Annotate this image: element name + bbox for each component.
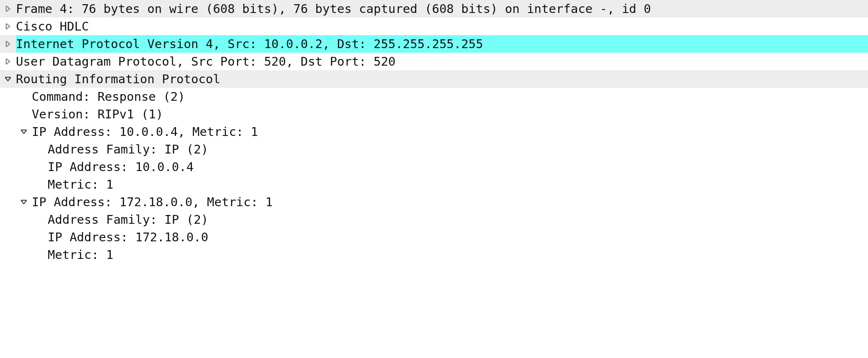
tree-item-chdlc[interactable]: Cisco HDLC [0,18,868,35]
tree-item-udp[interactable]: User Datagram Protocol, Src Port: 520, D… [0,53,868,70]
rip-summary: Routing Information Protocol [16,70,868,88]
tree-item-rip-route-addr[interactable]: IP Address: 172.18.0.0 [0,228,868,246]
chevron-right-icon [0,59,16,64]
ip-summary: Internet Protocol Version 4, Src: 10.0.0… [16,35,868,53]
tree-item-rip-route-metric[interactable]: Metric: 1 [0,176,868,193]
rip-route-family: Address Family: IP (2) [0,211,208,228]
tree-item-rip[interactable]: Routing Information Protocol [0,70,868,88]
chdlc-summary: Cisco HDLC [16,18,868,35]
rip-route-addr: IP Address: 172.18.0.0 [0,228,208,246]
frame-summary: Frame 4: 76 bytes on wire (608 bits), 76… [16,0,868,18]
rip-route-metric: Metric: 1 [0,176,113,193]
tree-item-ip[interactable]: Internet Protocol Version 4, Src: 10.0.0… [0,35,868,53]
tree-item-rip-command[interactable]: Command: Response (2) [0,88,868,105]
tree-item-rip-route-addr[interactable]: IP Address: 10.0.0.4 [0,158,868,176]
chevron-down-icon [0,76,16,82]
chevron-down-icon [16,129,32,135]
rip-version: Version: RIPv1 (1) [0,105,163,123]
tree-item-rip-route-family[interactable]: Address Family: IP (2) [0,211,868,228]
rip-route-addr: IP Address: 10.0.0.4 [0,158,194,176]
tree-item-rip-route[interactable]: IP Address: 172.18.0.0, Metric: 1 [0,193,868,211]
tree-item-rip-version[interactable]: Version: RIPv1 (1) [0,105,868,123]
rip-command: Command: Response (2) [0,88,185,105]
chevron-right-icon [0,41,16,47]
rip-route-summary: IP Address: 10.0.0.4, Metric: 1 [32,123,868,141]
rip-route-family: Address Family: IP (2) [0,141,208,158]
rip-route-summary: IP Address: 172.18.0.0, Metric: 1 [32,193,868,211]
tree-item-frame[interactable]: Frame 4: 76 bytes on wire (608 bits), 76… [0,0,868,18]
tree-item-rip-route[interactable]: IP Address: 10.0.0.4, Metric: 1 [0,123,868,141]
tree-item-rip-route-family[interactable]: Address Family: IP (2) [0,141,868,158]
chevron-down-icon [16,199,32,205]
chevron-right-icon [0,6,16,12]
chevron-right-icon [0,23,16,29]
udp-summary: User Datagram Protocol, Src Port: 520, D… [16,53,868,70]
rip-route-metric: Metric: 1 [0,246,113,263]
tree-item-rip-route-metric[interactable]: Metric: 1 [0,246,868,263]
